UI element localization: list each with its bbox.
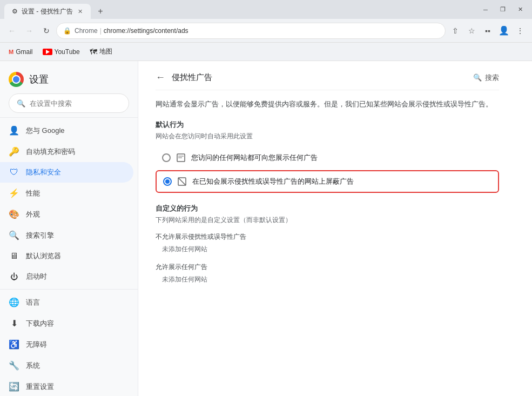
address-bar[interactable]: 🔒 Chrome | chrome://settings/content/ads	[56, 23, 446, 39]
system-icon: 🔧	[9, 360, 19, 371]
sidebar-label-search-engine: 搜索引擎	[26, 231, 54, 240]
default-section-title: 默认行为	[156, 120, 499, 130]
profile-button[interactable]: 👤	[496, 23, 511, 38]
share-button[interactable]: ⇧	[448, 23, 463, 38]
option-text-allow-all: 您访问的任何网站都可向您展示任何广告	[191, 153, 318, 163]
back-button[interactable]: ←	[4, 23, 19, 38]
allowed-title: 允许展示任何广告	[156, 263, 499, 272]
tab-favicon: ⚙	[11, 8, 18, 15]
content-search-label: 搜索	[485, 73, 499, 83]
sidebar-label-google-account: 您与 Google	[26, 126, 65, 136]
sidebar-item-privacy[interactable]: 🛡 隐私和安全	[0, 162, 133, 183]
content-inner: ← 侵扰性广告 🔍 搜索 网站通常会显示广告，以便能够免费提供内容或服务。但是，…	[138, 61, 516, 304]
radio-option-allow-all[interactable]: 您访问的任何网站都可向您展示任何广告	[156, 147, 499, 168]
tab-title: 设置 - 侵扰性广告	[22, 7, 76, 16]
page-icon	[176, 153, 186, 163]
radio-unchecked-allow-all[interactable]	[162, 153, 171, 162]
content-header: ← 侵扰性广告 🔍 搜索	[156, 72, 499, 90]
search-icon: 🔍	[9, 230, 19, 240]
custom-section: 自定义的行为 下列网站采用的是自定义设置（而非默认设置） 不允许展示侵扰性或误导…	[156, 204, 499, 284]
gmail-icon: M	[9, 49, 14, 55]
youtube-label: YouTube	[55, 48, 80, 56]
chrome-logo	[9, 72, 24, 87]
not-allowed-empty: 未添加任何网站	[162, 245, 499, 254]
sidebar-header: 设置	[0, 65, 138, 91]
sidebar-item-default-browser[interactable]: 🖥 默认浏览器	[0, 246, 133, 266]
bookmark-gmail[interactable]: M Gmail	[4, 46, 37, 58]
person-icon: 👤	[9, 125, 19, 136]
extension-view-button[interactable]: ▪▪	[480, 23, 495, 38]
autofill-icon: 🔑	[9, 146, 19, 157]
address-favicon: 🔒	[63, 27, 71, 35]
page-title: 侵扰性广告	[172, 72, 212, 83]
sidebar-label-appearance: 外观	[26, 210, 40, 219]
close-button[interactable]: ✕	[513, 4, 528, 16]
address-text: Chrome | chrome://settings/content/ads	[75, 27, 439, 35]
accessibility-icon: ♿	[9, 339, 19, 350]
svg-line-4	[178, 178, 186, 185]
bookmark-maps[interactable]: 🗺 地图	[85, 45, 117, 58]
sidebar-label-accessibility: 无障碍	[26, 340, 47, 350]
nav-actions: ⇧ ☆ ▪▪ 👤 ⋮	[448, 23, 528, 38]
forward-button[interactable]: →	[22, 23, 37, 38]
new-tab-button[interactable]: +	[93, 4, 108, 19]
youtube-play-icon	[46, 50, 50, 54]
content-area: ← 侵扰性广告 🔍 搜索 网站通常会显示广告，以便能够免费提供内容或服务。但是，…	[138, 61, 532, 396]
default-section-sub: 网站会在您访问时自动采用此设置	[156, 132, 499, 141]
sidebar-label-autofill: 自动填充和密码	[26, 147, 75, 157]
sidebar-divider-mid	[0, 289, 138, 290]
active-tab[interactable]: ⚙ 设置 - 侵扰性广告 ✕	[4, 4, 91, 19]
sidebar-item-startup[interactable]: ⏻ 启动时	[0, 266, 133, 287]
tab-close-button[interactable]: ✕	[76, 7, 84, 16]
sidebar-search-input[interactable]	[30, 99, 121, 108]
sidebar-item-performance[interactable]: ⚡ 性能	[0, 183, 133, 204]
sidebar-label-system: 系统	[26, 361, 40, 371]
sidebar-item-appearance[interactable]: 🎨 外观	[0, 204, 133, 225]
sidebar-search-bar[interactable]: 🔍	[9, 93, 129, 113]
address-separator: |	[100, 27, 102, 35]
reset-icon: 🔄	[9, 381, 19, 392]
window-controls: ─ ❐ ✕	[478, 4, 528, 16]
bookmark-button[interactable]: ☆	[464, 23, 479, 38]
allowed-empty: 未添加任何网站	[162, 275, 499, 284]
maps-label: 地图	[99, 47, 112, 56]
block-ads-icon	[177, 177, 187, 186]
radio-option-block-intrusive[interactable]: 在已知会展示侵扰性或误导性广告的网站上屏蔽广告	[156, 170, 499, 193]
restore-button[interactable]: ❐	[495, 4, 510, 16]
browser-icon: 🖥	[9, 251, 19, 261]
content-back-button[interactable]: ←	[156, 72, 165, 83]
sidebar-app-title: 设置	[29, 73, 49, 86]
not-allowed-title: 不允许展示侵扰性或误导性广告	[156, 232, 499, 241]
gmail-label: Gmail	[16, 48, 32, 56]
sidebar-label-performance: 性能	[26, 189, 40, 198]
youtube-icon	[43, 49, 52, 55]
sidebar-item-search-engine[interactable]: 🔍 搜索引擎	[0, 225, 133, 246]
reload-button[interactable]: ↻	[39, 23, 54, 38]
titlebar: ⚙ 设置 - 侵扰性广告 ✕ + ─ ❐ ✕	[0, 0, 532, 19]
radio-checked-block[interactable]	[163, 177, 172, 186]
sidebar-item-google-account[interactable]: 👤 您与 Google	[0, 120, 133, 141]
sidebar-item-accessibility[interactable]: ♿ 无障碍	[0, 334, 133, 355]
sidebar-item-reset[interactable]: 🔄 重置设置	[0, 376, 133, 396]
sidebar-item-downloads[interactable]: ⬇ 下载内容	[0, 313, 133, 334]
sidebar-item-system[interactable]: 🔧 系统	[0, 355, 133, 376]
startup-icon: ⏻	[9, 272, 19, 281]
maps-icon: 🗺	[90, 48, 97, 56]
sidebar-item-autofill[interactable]: 🔑 自动填充和密码	[0, 141, 133, 162]
radio-inner-dot	[165, 179, 170, 184]
custom-section-title: 自定义的行为	[156, 204, 499, 213]
navbar: ← → ↻ 🔒 Chrome | chrome://settings/conte…	[0, 19, 532, 43]
sidebar-search-icon: 🔍	[17, 99, 25, 108]
menu-button[interactable]: ⋮	[513, 23, 528, 38]
sidebar-divider-top	[0, 117, 138, 118]
sidebar-label-downloads: 下载内容	[26, 319, 54, 328]
sidebar-label-default-browser: 默认浏览器	[26, 251, 61, 261]
option-text-block: 在已知会展示侵扰性或误导性广告的网站上屏蔽广告	[192, 177, 354, 186]
bookmark-youtube[interactable]: YouTube	[38, 46, 84, 58]
main-wrapper: 设置 🔍 👤 您与 Google 🔑 自动填充和密码 🛡 隐私和安全 ⚡ 性能 …	[0, 61, 532, 396]
minimize-button[interactable]: ─	[478, 4, 493, 16]
content-search[interactable]: 🔍 搜索	[473, 73, 499, 83]
sidebar-item-languages[interactable]: 🌐 语言	[0, 292, 133, 313]
sidebar-label-startup: 启动时	[26, 272, 47, 281]
sidebar: 设置 🔍 👤 您与 Google 🔑 自动填充和密码 🛡 隐私和安全 ⚡ 性能 …	[0, 61, 138, 396]
